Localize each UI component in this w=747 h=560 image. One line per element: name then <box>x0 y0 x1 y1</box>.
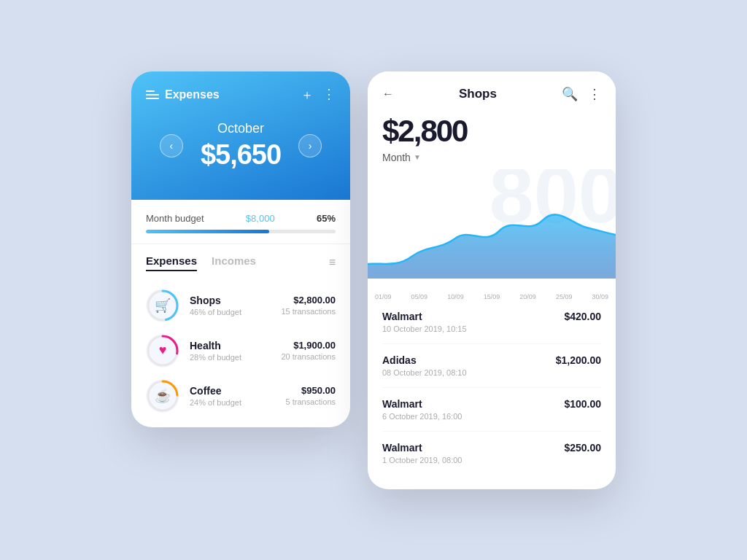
chart-label-5: 25/09 <box>556 293 573 300</box>
coffee-right: $950.00 5 transactions <box>286 385 336 406</box>
shops-icon-wrap: 🛒 <box>146 289 179 322</box>
health-ring <box>146 334 179 368</box>
shops-amount: $2,800.00 <box>281 295 336 306</box>
budget-label: Month budget <box>146 213 204 224</box>
tx-date: 6 October 2019, 16:00 <box>382 412 462 421</box>
chart-label-2: 10/09 <box>447 293 464 300</box>
list-item: Walmart 1 October 2019, 08:00 $250.00 <box>382 432 601 475</box>
add-icon[interactable]: ＋ <box>301 86 314 104</box>
coffee-amount: $950.00 <box>286 385 336 396</box>
shops-right: $2,800.00 15 transactions <box>281 295 336 316</box>
budget-value: $8,000 <box>246 213 275 224</box>
month-dropdown[interactable]: Month ▼ <box>382 152 601 163</box>
health-icon-wrap: ♥ <box>146 334 179 368</box>
tx-date: 08 October 2019, 08:10 <box>382 368 467 377</box>
chart-labels: 01/09 05/09 10/09 15/09 20/09 25/09 30/0… <box>368 293 616 300</box>
health-tx: 20 transactions <box>281 352 336 361</box>
chart-container: 800 01/09 05/09 <box>368 169 616 300</box>
shops-info: Shops 46% of budget <box>190 295 271 316</box>
total-amount: $5,650 <box>201 139 281 171</box>
tabs-row: Expenses Incomes ≡ <box>146 254 336 271</box>
dropdown-caret-icon: ▼ <box>414 153 421 161</box>
tab-expenses[interactable]: Expenses <box>146 254 197 271</box>
more-options-icon[interactable]: ⋮ <box>588 86 601 102</box>
month-name: October <box>201 121 281 136</box>
chart-label-1: 05/09 <box>411 293 428 300</box>
chart-label-0: 01/09 <box>375 293 392 300</box>
shops-sublabel: 46% of budget <box>190 308 271 316</box>
right-card: ← Shops 🔍 ⋮ $2,800 Month ▼ 800 <box>368 71 616 489</box>
tabs-section: Expenses Incomes ≡ <box>131 244 350 289</box>
app-container: Expenses ＋ ⋮ ‹ October $5,650 › Month bu… <box>131 71 616 489</box>
list-item: ♥ Health 28% of budget $1,900.00 20 tran… <box>146 334 336 368</box>
list-item: Walmart 6 October 2019, 16:00 $100.00 <box>382 388 601 432</box>
tx-walmart-1-left: Walmart 10 October 2019, 10:15 <box>382 311 467 333</box>
tx-name: Walmart <box>382 398 462 410</box>
hamburger-icon[interactable] <box>146 90 159 99</box>
chart-area: 01/09 05/09 10/09 15/09 20/09 25/09 30/0… <box>368 206 616 300</box>
list-item: Walmart 10 October 2019, 10:15 $420.00 <box>382 300 601 344</box>
shops-ring <box>146 289 179 322</box>
more-icon[interactable]: ⋮ <box>322 86 336 104</box>
header-icons: ＋ ⋮ <box>301 86 336 104</box>
left-header: Expenses ＋ ⋮ ‹ October $5,650 › <box>131 71 350 200</box>
tx-amount: $250.00 <box>564 442 601 454</box>
tx-walmart-3-left: Walmart 1 October 2019, 08:00 <box>382 442 462 464</box>
transaction-list: Walmart 10 October 2019, 10:15 $420.00 A… <box>368 300 616 489</box>
coffee-sublabel: 24% of budget <box>190 398 276 407</box>
budget-section: Month budget $8,000 65% <box>131 200 350 244</box>
coffee-icon-wrap: ☕ <box>146 379 179 413</box>
search-icon[interactable]: 🔍 <box>562 86 578 102</box>
right-top-bar: ← Shops 🔍 ⋮ <box>382 86 601 102</box>
tx-name: Walmart <box>382 311 467 322</box>
tx-amount: $1,200.00 <box>556 354 601 366</box>
left-card: Expenses ＋ ⋮ ‹ October $5,650 › Month bu… <box>131 71 350 427</box>
tabs-left: Expenses Incomes <box>146 254 256 271</box>
month-nav: ‹ October $5,650 › <box>146 121 336 171</box>
tx-walmart-2-left: Walmart 6 October 2019, 16:00 <box>382 398 462 421</box>
budget-row: Month budget $8,000 65% <box>146 213 336 224</box>
right-header: ← Shops 🔍 ⋮ $2,800 Month ▼ <box>368 71 616 163</box>
tx-name: Adidas <box>382 354 467 366</box>
health-name: Health <box>190 340 271 351</box>
back-arrow-icon: ← <box>382 88 394 101</box>
coffee-ring <box>146 379 179 413</box>
health-sublabel: 28% of budget <box>190 353 271 362</box>
chart-label-3: 15/09 <box>484 293 500 300</box>
shops-name: Shops <box>190 295 271 306</box>
tx-date: 10 October 2019, 10:15 <box>382 324 467 333</box>
tx-amount: $420.00 <box>564 311 601 322</box>
health-amount: $1,900.00 <box>281 340 336 351</box>
filter-icon[interactable]: ≡ <box>329 256 336 269</box>
month-amount: October $5,650 <box>201 121 281 171</box>
list-item: Adidas 08 October 2019, 08:10 $1,200.00 <box>382 344 601 388</box>
prev-month-button[interactable]: ‹ <box>160 134 183 158</box>
tx-amount: $100.00 <box>564 398 601 410</box>
chart-label-4: 20/09 <box>519 293 536 300</box>
coffee-tx: 5 transactions <box>286 397 336 406</box>
shops-tx: 15 transactions <box>281 307 336 316</box>
month-label: Month <box>382 152 411 163</box>
left-top-bar: Expenses ＋ ⋮ <box>146 86 336 104</box>
app-title: Expenses <box>146 88 220 101</box>
list-item: 🛒 Shops 46% of budget $2,800.00 15 trans… <box>146 289 336 322</box>
title-text: Expenses <box>165 88 220 101</box>
health-right: $1,900.00 20 transactions <box>281 340 336 361</box>
tx-name: Walmart <box>382 442 462 454</box>
list-item: ☕ Coffee 24% of budget $950.00 5 transac… <box>146 379 336 413</box>
chart-svg <box>368 206 616 289</box>
shops-title: Shops <box>459 87 497 101</box>
progress-fill <box>146 230 269 233</box>
back-button[interactable]: ← <box>382 88 394 101</box>
expense-list: 🛒 Shops 46% of budget $2,800.00 15 trans… <box>131 289 350 427</box>
tab-incomes[interactable]: Incomes <box>212 254 256 271</box>
coffee-name: Coffee <box>190 385 276 397</box>
tx-adidas-left: Adidas 08 October 2019, 08:10 <box>382 354 467 377</box>
shops-total-amount: $2,800 <box>382 114 601 149</box>
coffee-info: Coffee 24% of budget <box>190 385 276 407</box>
progress-bar <box>146 230 336 233</box>
health-info: Health 28% of budget <box>190 340 271 362</box>
next-month-button[interactable]: › <box>298 134 322 158</box>
budget-percent: 65% <box>317 213 336 224</box>
right-icons: 🔍 ⋮ <box>562 86 601 102</box>
